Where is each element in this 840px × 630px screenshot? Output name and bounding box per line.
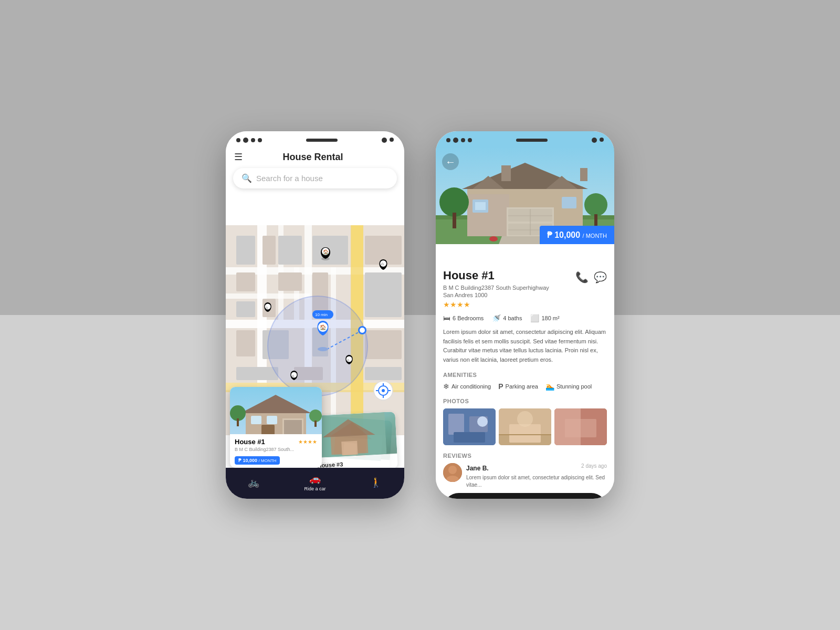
reviews-section-title: REVIEWS xyxy=(443,453,607,459)
baths-label: 4 baths xyxy=(503,315,522,321)
status-dot xyxy=(461,138,465,142)
svg-point-120 xyxy=(448,466,457,474)
svg-rect-112 xyxy=(509,424,541,443)
nav-item-walk[interactable]: 🚶 xyxy=(370,477,382,488)
svg-rect-13 xyxy=(236,236,255,265)
review-text: Lorem ipsum dolor sit amet, consectetur … xyxy=(466,474,607,489)
status-dots-left xyxy=(236,138,262,143)
price-suffix: / MONTH xyxy=(583,233,607,239)
svg-rect-15 xyxy=(236,301,255,317)
house-name: House #1 xyxy=(443,269,495,282)
status-dot xyxy=(390,138,394,142)
svg-rect-28 xyxy=(236,367,278,380)
svg-rect-27 xyxy=(365,330,402,359)
svg-text:⌂: ⌂ xyxy=(381,261,384,266)
phone-map: ☰ House Rental 🔍 Search for a house xyxy=(226,131,404,499)
area-icon: ⬜ xyxy=(530,314,539,322)
svg-rect-88 xyxy=(501,165,511,181)
phone-status-bar xyxy=(226,131,404,147)
svg-text:10 min: 10 min xyxy=(315,312,328,317)
phone2-status-bar xyxy=(436,131,614,147)
reviewer-avatar xyxy=(443,463,462,482)
house-card-main-info: House #1 ★★★★ B M C Building2387 South..… xyxy=(230,434,322,468)
back-button[interactable]: ← xyxy=(442,153,459,170)
svg-text:⌂: ⌂ xyxy=(347,358,349,362)
svg-rect-89 xyxy=(580,168,587,181)
stat-bedrooms: 🛏 6 Bedrooms xyxy=(443,314,484,322)
svg-rect-118 xyxy=(565,419,596,437)
svg-point-40 xyxy=(318,347,328,351)
stat-baths: 🚿 4 baths xyxy=(492,314,522,322)
detail-scroll[interactable]: House #1 📞 💬 B M C Building2387 South Su… xyxy=(436,262,614,499)
parking-icon: P xyxy=(498,382,503,391)
photo-thumb-3[interactable] xyxy=(554,408,607,445)
phone1-content: ☰ House Rental 🔍 Search for a house xyxy=(226,147,404,499)
svg-point-103 xyxy=(489,236,498,242)
reviewer-name: Jane B. xyxy=(466,465,489,472)
phone2-status-dots-right xyxy=(592,138,604,143)
svg-rect-65 xyxy=(341,441,358,456)
phone-notch xyxy=(306,139,338,142)
contact-icons: 📞 💬 xyxy=(575,271,607,284)
review-item: Jane B. 2 days ago Lorem ipsum dolor sit… xyxy=(443,463,607,489)
svg-rect-70 xyxy=(284,420,302,434)
svg-rect-18 xyxy=(278,236,302,265)
map-area[interactable]: 🏠 ⌂ 🏠 10 min xyxy=(226,193,404,468)
stat-area: ⬜ 180 m² xyxy=(530,314,559,322)
svg-rect-75 xyxy=(237,418,239,426)
bath-icon: 🚿 xyxy=(492,314,501,322)
svg-text:⌂: ⌂ xyxy=(292,374,294,377)
phone2-status-dots-left xyxy=(446,138,472,143)
search-icon: 🔍 xyxy=(242,173,252,183)
svg-text:🏠: 🏠 xyxy=(320,324,327,331)
svg-rect-108 xyxy=(454,432,485,443)
phone-icon[interactable]: 📞 xyxy=(575,271,589,284)
house-card-main[interactable]: House #1 ★★★★ B M C Building2387 South..… xyxy=(230,387,322,468)
area-label: 180 m² xyxy=(541,315,559,321)
nav-item-car[interactable]: 🚗 Ride a car xyxy=(304,473,326,491)
house-card-main-img xyxy=(230,387,322,434)
phone-detail: ← ₱ 10,000 / MONTH House #1 📞 💬 B M C Bu… xyxy=(436,131,614,499)
search-bar[interactable]: 🔍 Search for a house xyxy=(233,168,397,188)
house-stats: 🛏 6 Bedrooms 🚿 4 baths ⬜ 180 m² xyxy=(443,314,607,322)
svg-rect-14 xyxy=(236,272,255,291)
nav-item-bike[interactable]: 🚲 xyxy=(248,477,259,488)
review-time: 2 days ago xyxy=(581,463,607,469)
svg-point-109 xyxy=(477,416,488,427)
search-input[interactable]: Search for a house xyxy=(256,174,323,183)
svg-point-99 xyxy=(439,187,469,217)
house-card-price-area: ₱ 10,000 / MONTH xyxy=(235,455,317,464)
svg-rect-17 xyxy=(262,236,276,265)
photos-grid xyxy=(443,408,607,445)
status-dot xyxy=(251,138,255,142)
svg-rect-73 xyxy=(261,425,275,434)
status-dot xyxy=(236,138,240,142)
amenity-ac-label: Air conditioning xyxy=(452,383,491,390)
phone2-content: ← ₱ 10,000 / MONTH House #1 📞 💬 B M C Bu… xyxy=(436,147,614,499)
svg-rect-71 xyxy=(251,416,261,424)
menu-icon[interactable]: ☰ xyxy=(234,151,243,163)
svg-rect-72 xyxy=(267,416,277,424)
bike-icon: 🚲 xyxy=(248,477,259,488)
apply-now-button[interactable]: APPLY NOW! xyxy=(443,493,607,499)
bed-icon: 🛏 xyxy=(443,314,450,322)
photos-section-title: PHOTOS xyxy=(443,398,607,404)
amenities-list: ❄ Air conditioning P Parking area 🏊 Stun… xyxy=(443,382,607,391)
status-dots-right xyxy=(382,138,394,143)
svg-rect-19 xyxy=(278,272,302,291)
amenity-pool: 🏊 Stunning pool xyxy=(545,382,592,391)
message-icon[interactable]: 💬 xyxy=(594,271,607,284)
house-card-main-header: House #1 ★★★★ xyxy=(235,438,317,446)
svg-text:⌂: ⌂ xyxy=(266,306,268,309)
svg-text:🏠: 🏠 xyxy=(323,249,329,255)
status-dot xyxy=(446,138,450,142)
review-content: Jane B. 2 days ago Lorem ipsum dolor sit… xyxy=(466,463,607,489)
svg-rect-20 xyxy=(312,236,348,265)
status-dot xyxy=(453,138,458,143)
hero-image: ← ₱ 10,000 / MONTH xyxy=(436,147,614,244)
photo-thumb-1[interactable] xyxy=(443,408,496,445)
svg-rect-30 xyxy=(365,367,402,380)
amenity-parking-label: Parking area xyxy=(506,383,538,390)
amenity-parking: P Parking area xyxy=(498,382,538,391)
photo-thumb-2[interactable] xyxy=(499,408,551,445)
